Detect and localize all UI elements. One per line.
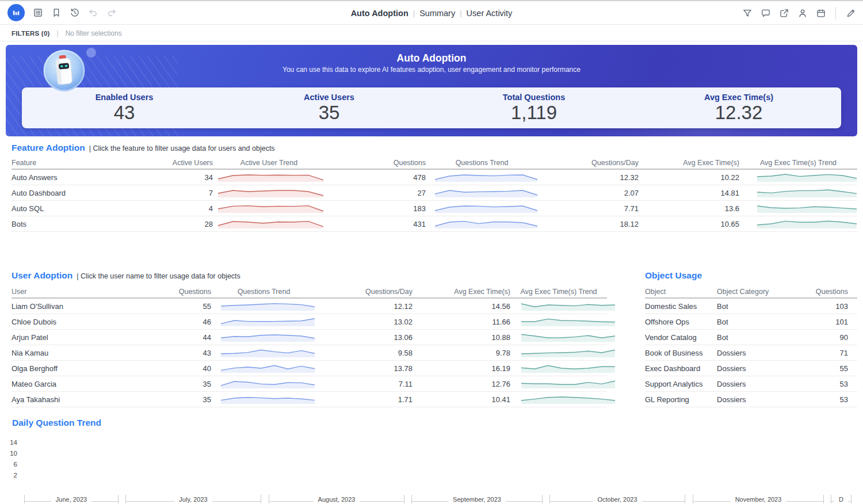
sparkline xyxy=(521,362,616,373)
user-name-cell[interactable]: Mateo Garcia xyxy=(12,380,127,388)
avg-exec-time-cell: 14.81 xyxy=(639,189,739,197)
active-users-cell: 34 xyxy=(144,173,213,182)
tab-auto-adoption[interactable]: Auto Adoption xyxy=(351,9,408,18)
user-name-cell[interactable]: Nia Kamau xyxy=(12,349,127,357)
active-users-cell: 7 xyxy=(144,189,213,197)
table-row: Support AnalyticsDossiers53 xyxy=(645,376,857,392)
user-name-cell[interactable]: Chloe Dubois xyxy=(12,318,127,326)
toolbar-left-icons xyxy=(0,4,117,21)
calendar-icon[interactable] xyxy=(815,7,826,18)
object-name-cell: Offshore Ops xyxy=(645,318,717,326)
report-icon[interactable] xyxy=(32,7,43,18)
sparkline xyxy=(521,315,616,327)
questions-cell: 46 xyxy=(127,318,211,326)
dashboard-page: { "toolbar": { "separator": "|", "title_… xyxy=(0,0,863,504)
object-name-cell: Vendor Catalog xyxy=(645,333,717,342)
robot-avatar xyxy=(43,49,85,91)
object-category-cell: Dossiers xyxy=(717,364,789,373)
user-table-header: UserQuestionsQuestions TrendQuestions/Da… xyxy=(12,285,607,299)
bracket-line xyxy=(506,501,542,502)
table-row: Domestic SalesBot103 xyxy=(645,299,857,314)
questions-trend-cell xyxy=(211,314,316,329)
bracket-line xyxy=(126,501,174,502)
feature-adoption-title: Feature Adoption xyxy=(12,143,85,152)
active-user-trend-cell xyxy=(213,216,325,231)
bracket-line xyxy=(269,501,314,502)
feature-name-cell[interactable]: Auto Answers xyxy=(12,173,144,182)
tab-user-activity[interactable]: User Activity xyxy=(467,9,513,18)
column-header: Questions xyxy=(325,159,426,167)
user-name-cell[interactable]: Liam O'Sullivan xyxy=(12,302,127,311)
toolbar-title-tabs: Auto Adoption|Summary|User Activity xyxy=(0,1,863,25)
person-icon[interactable] xyxy=(797,7,808,18)
sparkline xyxy=(217,171,324,182)
tab-summary[interactable]: Summary xyxy=(419,9,455,18)
questions-cell: 43 xyxy=(127,349,211,357)
sparkline xyxy=(521,377,616,389)
user-adoption-section: User Adoption| Click the user name to fi… xyxy=(12,270,607,407)
questions-per-day-cell: 13.78 xyxy=(316,364,413,373)
column-header: Active Users xyxy=(144,159,213,167)
table-row: Bots2843118.1210.65 xyxy=(12,216,857,232)
questions-cell: 53 xyxy=(789,380,848,388)
comment-icon[interactable] xyxy=(760,7,771,18)
questions-per-day-cell: 12.32 xyxy=(538,173,639,182)
user-name-cell[interactable]: Olga Berghoff xyxy=(12,364,127,373)
column-header: Feature xyxy=(12,159,144,167)
hero-banner: Auto Adoption You can use this data to e… xyxy=(6,45,857,136)
kpi-label: Avg Exec Time(s) xyxy=(704,93,773,102)
avg-exec-trend-cell xyxy=(510,299,607,314)
bookmark-icon[interactable] xyxy=(51,7,62,18)
month-bracket: July, 2023 xyxy=(125,495,261,503)
questions-cell: 27 xyxy=(325,189,426,197)
object-name-cell: GL Reporting xyxy=(645,395,717,404)
y-axis-tick-label: 6 xyxy=(14,461,17,468)
table-row: Mateo Garcia357.1112.76 xyxy=(12,376,607,392)
avg-exec-trend-cell xyxy=(510,392,607,407)
user-name-cell[interactable]: Aya Takahashi xyxy=(12,395,127,404)
bracket-line xyxy=(91,501,118,502)
share-icon[interactable] xyxy=(778,7,789,18)
avg-exec-trend-cell xyxy=(510,330,607,345)
sparkline xyxy=(521,331,616,342)
questions-trend-cell xyxy=(211,330,316,345)
questions-per-day-cell: 2.07 xyxy=(538,189,639,197)
questions-cell: 101 xyxy=(789,318,848,326)
kpi-value: 12.32 xyxy=(715,102,763,123)
trend-line-chart: 2610149111315171921232527291357911131517… xyxy=(0,433,863,494)
filters-separator: | xyxy=(57,29,59,37)
user-name-cell[interactable]: Arjun Patel xyxy=(12,333,127,342)
avg-exec-trend-cell xyxy=(510,361,607,376)
filter-icon[interactable] xyxy=(742,7,753,18)
questions-cell: 55 xyxy=(789,364,848,373)
active-user-trend-cell xyxy=(213,185,325,200)
user-adoption-title: User Adoption xyxy=(12,270,72,280)
sparkline xyxy=(757,171,857,182)
avg-exec-trend-cell xyxy=(510,345,607,360)
table-row: Olga Berghoff4013.7816.19 xyxy=(12,361,607,376)
logo-icon[interactable] xyxy=(7,4,25,21)
feature-name-cell[interactable]: Auto SQL xyxy=(12,204,144,213)
sparkline xyxy=(434,202,538,213)
questions-trend-cell xyxy=(426,185,538,200)
table-row: Vendor CatalogBot90 xyxy=(645,330,857,345)
bracket-line xyxy=(212,501,261,502)
feature-name-cell[interactable]: Bots xyxy=(12,220,144,228)
sparkline xyxy=(757,202,857,213)
column-header: Questions Trend xyxy=(211,288,316,296)
feature-name-cell[interactable]: Auto Dashboard xyxy=(12,189,144,197)
avg-exec-time-cell: 12.76 xyxy=(413,380,510,388)
month-bracket: September, 2023 xyxy=(411,495,543,503)
filters-count-label[interactable]: FILTERS (0) xyxy=(12,30,50,37)
kpi-value: 35 xyxy=(319,102,340,123)
month-label: D xyxy=(834,496,848,503)
object-usage-table: ObjectObject CategoryQuestionsDomestic S… xyxy=(645,285,857,407)
tab-separator: | xyxy=(460,9,461,17)
avg-exec-time-cell: 16.19 xyxy=(413,364,510,373)
history-icon[interactable] xyxy=(69,7,80,18)
edit-icon[interactable] xyxy=(845,7,856,18)
active-users-cell: 4 xyxy=(144,204,213,213)
column-header: Questions/Day xyxy=(538,159,639,167)
avg-exec-trend-cell xyxy=(739,185,857,200)
column-header: Avg Exec Time(s) Trend xyxy=(739,159,857,167)
